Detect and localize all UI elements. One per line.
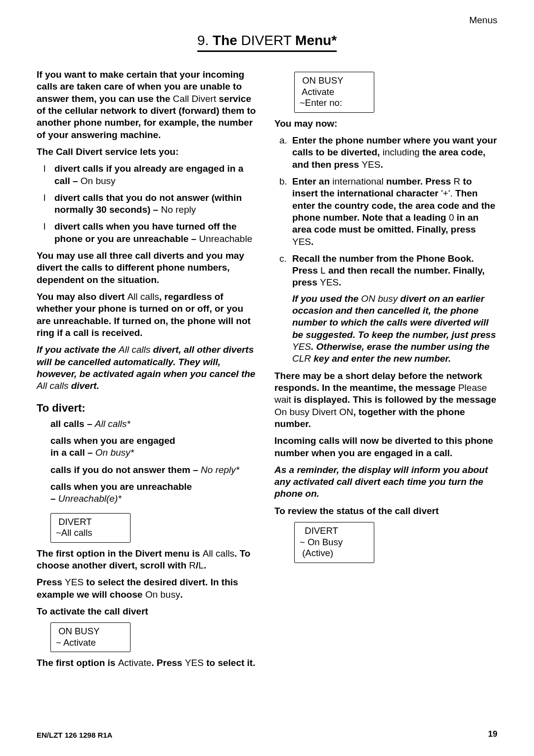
lcd3-l1: ON BUSY [300, 75, 343, 86]
lcd2-l2: ~ Activate [56, 637, 96, 648]
divert-noreply: calls if you do not answer them – No rep… [50, 464, 260, 476]
title-b1: The [213, 33, 237, 48]
lcd2-l1: ON BUSY [56, 626, 99, 636]
p7-a: Press [37, 577, 65, 587]
b-f: '+'. [441, 188, 453, 198]
p4-b: All calls [127, 291, 159, 302]
list-item: divert calls that you do not answer (wit… [54, 192, 260, 216]
first-option-activate: The first option is Activate. Press YES … [37, 657, 260, 669]
rp1-a: The first option is [37, 658, 118, 668]
lcd1-l1: DIVERT [56, 517, 92, 527]
incoming-now: Incoming calls will now be diverted to t… [274, 435, 497, 459]
divert-unreach: calls when you are unreachable– Unreacha… [50, 481, 260, 505]
first-option-allcalls: The first option in the Divert menu is A… [37, 548, 260, 572]
a-e: . [380, 159, 383, 170]
rp2-c: is displayed. This is followed by the me… [291, 394, 496, 405]
n-a: If you used the [292, 293, 361, 304]
b-j: YES [292, 236, 311, 247]
steps-list: Enter the phone number where you want yo… [274, 135, 497, 365]
list-item: Enter the phone number where you want yo… [292, 135, 497, 171]
p5-b: All calls [119, 344, 150, 355]
also-all-calls: You may also divert All calls, regardles… [37, 291, 260, 339]
d2-b: in a call – [50, 447, 95, 458]
n-f: CLR [292, 353, 311, 364]
lcd-onbusy-enterno: ON BUSY Activate ~Enter no: [294, 72, 374, 113]
divert-engaged: calls when you are engagedin a call – On… [50, 435, 260, 459]
p5-a: If you activate the [37, 344, 119, 355]
p7-d: On busy [145, 589, 180, 600]
rp2-a: There may be a short delay before the ne… [274, 371, 482, 393]
list-item: divert calls if you already are engaged … [54, 163, 260, 187]
d3-b: No reply* [201, 465, 239, 475]
b-d: R [453, 176, 460, 187]
reminder-para: As a reminder, the display will inform y… [274, 464, 497, 500]
cancel-note: If you activate the All calls divert, al… [37, 344, 260, 392]
rp2-d: On busy Divert ON [274, 407, 353, 417]
d2-c: On busy* [95, 447, 134, 458]
reuse-note: If you used the ON busy divert on an ear… [292, 293, 497, 365]
p6-g: . [204, 560, 206, 570]
n-e: . Otherwise, erase the number using the [311, 341, 490, 352]
p5-e: divert. [68, 380, 99, 391]
lcd-divert-active: DIVERT ~ On Busy (Active) [294, 522, 374, 563]
p4-a: You may also divert [37, 291, 127, 302]
list-item: Enter an international number. Press R t… [292, 176, 497, 248]
p5-d: All calls [37, 380, 68, 391]
rp1-c: . Press [151, 658, 185, 668]
b-k: . [311, 236, 313, 247]
d1-b: All calls* [95, 419, 131, 429]
title-wrap: 9. The DIVERT Menu* [37, 33, 497, 52]
b-b: international [332, 176, 384, 187]
title-prefix: 9. [197, 33, 213, 48]
p6-b: All calls [203, 548, 234, 559]
c-b: L [320, 265, 326, 276]
n-d: YES [292, 341, 311, 352]
p6-d: R [189, 560, 196, 570]
review-status-heading: To review the status of the call divert [274, 505, 497, 517]
p6-a: The first option in the Divert menu is [37, 548, 203, 559]
d4-a: calls when you are unreachable [50, 481, 192, 492]
intro-b: Call Divert [173, 94, 217, 104]
lcd1-l2: ~All calls [56, 527, 92, 538]
lcd-onbusy-activate: ON BUSY ~ Activate [50, 622, 131, 652]
li2-b: No reply [161, 204, 196, 215]
lcd-divert-allcalls: DIVERT ~All calls [50, 513, 131, 543]
lcd3-l3: ~Enter no: [300, 97, 342, 108]
activate-heading: To activate the call divert [37, 606, 260, 617]
header-section: Menus [37, 15, 497, 26]
rp1-d: YES [185, 658, 204, 668]
title-b2: Menu* [295, 33, 337, 48]
d2-a: calls when you are engaged [50, 435, 175, 446]
you-may-now: You may now: [274, 118, 497, 130]
intro-para: If you want to make certain that your in… [37, 69, 260, 141]
title-mid: DIVERT [237, 33, 295, 48]
to-divert-heading: To divert: [37, 401, 260, 415]
rp1-b: Activate [118, 658, 152, 668]
b-h: 0 [449, 212, 454, 223]
p6-f: L [198, 560, 204, 570]
a-b: including [383, 147, 420, 157]
footer-right: 19 [488, 729, 497, 739]
page-title: 9. The DIVERT Menu* [197, 33, 337, 52]
lcd4-l2: ~ On Busy [300, 537, 343, 547]
d4-c: Unreachabl(e)* [58, 493, 122, 504]
divert-all: all calls – All calls* [50, 418, 260, 430]
use-all-three: You may use all three call diverts and y… [37, 250, 260, 286]
divert-options-list: divert calls if you already are engaged … [37, 163, 260, 245]
footer-left: EN/LZT 126 1298 R1A [37, 731, 112, 739]
p7-b: YES [65, 577, 84, 587]
rp1-e: to select it. [204, 658, 256, 668]
li1-b: On busy [81, 176, 116, 186]
delay-para: There may be a short delay before the ne… [274, 370, 497, 430]
b-c: number. Press [384, 176, 454, 187]
c-e: . [339, 277, 341, 287]
c-d: YES [320, 277, 339, 287]
list-item: divert calls when you have turned off th… [54, 221, 260, 245]
d3-a: calls if you do not answer them – [50, 465, 201, 475]
d4-b: – [50, 493, 58, 504]
n-g: key and enter the new number. [311, 353, 451, 364]
lcd4-l3: (Active) [300, 548, 333, 558]
lcd3-l2: Activate [300, 87, 334, 97]
press-yes-select: Press YES to select the desired divert. … [37, 576, 260, 601]
list-item: Recall the number from the Phone Book. P… [292, 253, 497, 365]
